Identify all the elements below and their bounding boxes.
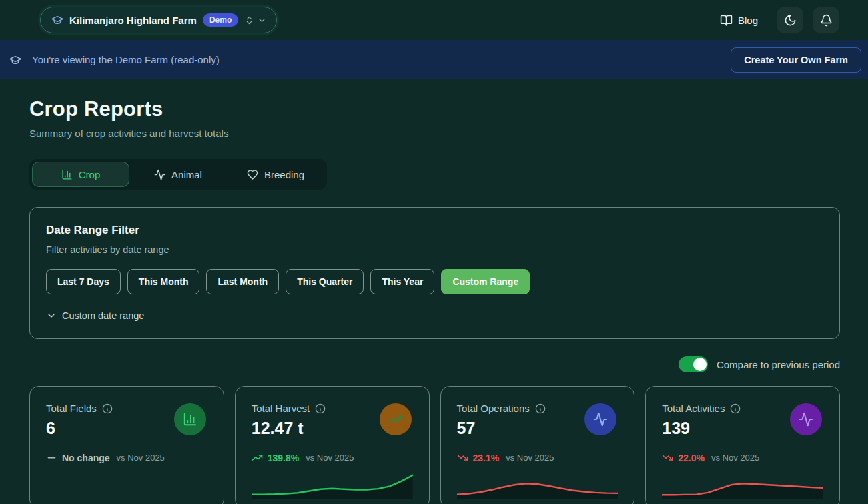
date-range-filter-card: Date Range Filter Filter activities by d… xyxy=(29,207,840,339)
tab-animal[interactable]: Animal xyxy=(129,162,227,187)
tab-crop[interactable]: Crop xyxy=(32,162,129,187)
info-icon[interactable] xyxy=(730,403,741,414)
report-tabs: Crop Animal Breeding xyxy=(29,159,327,190)
dark-mode-toggle-button[interactable] xyxy=(777,7,803,33)
main-content: Crop Reports Summary of crop activities … xyxy=(0,79,868,504)
vs-label: vs Nov 2025 xyxy=(506,453,554,463)
delta-value: No change xyxy=(62,453,110,463)
graduation-cap-icon xyxy=(9,54,21,66)
topbar: Kilimanjaro Highland Farm Demo Blog xyxy=(0,0,868,40)
preset-this-month[interactable]: This Month xyxy=(127,269,200,294)
stat-card-total-harvest: Total Harvest 12.47 t 139.8% vs Nov 2025 xyxy=(235,386,430,504)
farm-name: Kilimanjaro Highland Farm xyxy=(69,15,197,26)
info-icon[interactable] xyxy=(102,403,113,414)
trending-up-icon xyxy=(380,403,412,435)
stat-card-total-activities: Total Activities 139 22.0% vs Nov 2025 xyxy=(645,386,840,504)
demo-badge: Demo xyxy=(203,13,238,27)
compare-row: Compare to previous period xyxy=(29,356,840,372)
activity-icon xyxy=(154,169,165,180)
book-open-icon xyxy=(720,14,733,27)
tab-label: Crop xyxy=(79,169,101,180)
stat-card-total-fields: Total Fields 6 No change vs Nov 2025 xyxy=(29,386,224,504)
sparkline xyxy=(457,471,618,499)
chevron-down-icon xyxy=(257,15,267,25)
activity-icon xyxy=(790,403,822,435)
trending-down-icon xyxy=(457,452,468,463)
preset-last-month[interactable]: Last Month xyxy=(206,269,279,294)
delta-value: 23.1% xyxy=(473,453,500,463)
graduation-cap-icon xyxy=(51,14,63,26)
bar-chart-icon xyxy=(61,169,73,180)
compare-toggle[interactable] xyxy=(679,356,708,372)
tab-label: Breeding xyxy=(264,169,304,180)
sparkline xyxy=(46,471,207,499)
farm-selector[interactable]: Kilimanjaro Highland Farm Demo xyxy=(40,7,277,33)
vs-label: vs Nov 2025 xyxy=(306,453,354,463)
chevrons-up-down-icon xyxy=(244,15,254,25)
create-farm-button[interactable]: Create Your Own Farm xyxy=(731,47,861,73)
bar-chart-icon xyxy=(174,403,206,435)
info-icon[interactable] xyxy=(535,403,546,414)
stat-label: Total Fields xyxy=(46,403,97,414)
stat-label: Total Activities xyxy=(662,403,725,414)
minus-icon xyxy=(46,452,57,463)
filter-title: Date Range Filter xyxy=(46,224,823,237)
sparkline xyxy=(252,471,413,499)
preset-this-year[interactable]: This Year xyxy=(370,269,434,294)
page-subtitle: Summary of crop activities and harvest t… xyxy=(29,128,840,139)
chevron-down-icon xyxy=(46,310,57,321)
preset-last-7-days[interactable]: Last 7 Days xyxy=(46,269,121,294)
toggle-knob xyxy=(693,358,707,371)
bell-icon xyxy=(820,14,833,27)
tab-breeding[interactable]: Breeding xyxy=(227,162,324,187)
blog-link[interactable]: Blog xyxy=(720,14,758,27)
sparkline xyxy=(662,471,823,499)
vs-label: vs Nov 2025 xyxy=(117,453,165,463)
moon-icon xyxy=(784,14,797,27)
banner-message: You're viewing the Demo Farm (read-only) xyxy=(32,54,220,65)
activity-icon xyxy=(584,403,616,435)
preset-custom-range[interactable]: Custom Range xyxy=(441,269,530,294)
stat-label: Total Harvest xyxy=(252,403,310,414)
delta-value: 22.0% xyxy=(678,453,705,463)
date-presets: Last 7 Days This Month Last Month This Q… xyxy=(46,269,823,294)
trending-up-icon xyxy=(252,452,263,463)
demo-banner: You're viewing the Demo Farm (read-only)… xyxy=(0,40,868,79)
preset-this-quarter[interactable]: This Quarter xyxy=(286,269,364,294)
notifications-button[interactable] xyxy=(813,7,839,33)
trending-down-icon xyxy=(662,452,673,463)
vs-label: vs Nov 2025 xyxy=(711,453,759,463)
stat-label: Total Operations xyxy=(457,403,530,414)
tab-label: Animal xyxy=(171,169,202,180)
blog-label: Blog xyxy=(738,15,758,26)
compare-label: Compare to previous period xyxy=(717,359,840,370)
stat-card-total-operations: Total Operations 57 23.1% vs Nov 2025 xyxy=(440,386,635,504)
heart-icon xyxy=(247,169,258,180)
page-title: Crop Reports xyxy=(29,97,840,121)
custom-date-range-toggle[interactable]: Custom date range xyxy=(46,310,144,321)
stats-grid: Total Fields 6 No change vs Nov 2025 Tot… xyxy=(29,386,840,504)
filter-subtitle: Filter activities by date range xyxy=(46,244,823,255)
info-icon[interactable] xyxy=(315,403,326,414)
delta-value: 139.8% xyxy=(268,453,299,463)
custom-range-label: Custom date range xyxy=(62,310,144,321)
